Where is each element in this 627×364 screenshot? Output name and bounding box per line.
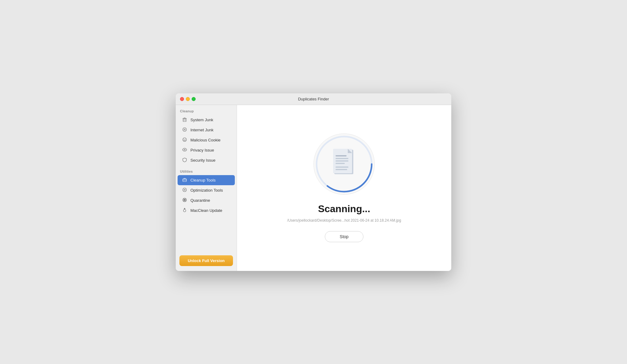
window-title: Duplicates Finder bbox=[298, 97, 329, 101]
svg-rect-28 bbox=[336, 163, 345, 164]
svg-point-12 bbox=[184, 189, 185, 190]
sidebar-item-optimization-tools[interactable]: Optimization Tools bbox=[178, 185, 235, 195]
sidebar: Cleanup System Junk bbox=[176, 105, 237, 271]
sidebar-item-quarantine[interactable]: Quarantine bbox=[178, 195, 235, 205]
svg-point-4 bbox=[184, 129, 185, 130]
scanning-title: Scanning... bbox=[318, 203, 370, 215]
content-area: Scanning... /Users/joellockard/Desktop/S… bbox=[237, 105, 451, 271]
traffic-lights bbox=[180, 97, 196, 101]
eye-icon bbox=[182, 147, 187, 153]
sidebar-item-internet-junk[interactable]: Internet Junk bbox=[178, 125, 235, 135]
cookie-icon bbox=[182, 137, 187, 143]
stop-button[interactable]: Stop bbox=[325, 231, 364, 242]
svg-rect-26 bbox=[336, 158, 348, 159]
svg-point-5 bbox=[183, 138, 186, 141]
unlock-full-version-button[interactable]: Unlock Full Version bbox=[179, 255, 233, 266]
titlebar: Duplicates Finder bbox=[176, 93, 451, 105]
sidebar-item-system-junk[interactable]: System Junk bbox=[178, 115, 235, 125]
sidebar-item-privacy-issue[interactable]: Privacy Issue bbox=[178, 145, 235, 155]
document-icon bbox=[329, 147, 359, 181]
svg-point-6 bbox=[184, 139, 184, 140]
maximize-button[interactable] bbox=[192, 97, 196, 101]
sidebar-item-cleanup-tools-label: Cleanup Tools bbox=[190, 178, 216, 182]
svg-point-7 bbox=[185, 139, 186, 140]
scan-animation bbox=[314, 133, 375, 195]
circle-icon bbox=[182, 127, 187, 133]
svg-rect-0 bbox=[183, 118, 186, 122]
optimization-icon bbox=[182, 187, 187, 193]
utilities-section-label: Utilities bbox=[176, 165, 237, 175]
sidebar-item-malicious-cookie[interactable]: Malicious Cookie bbox=[178, 135, 235, 145]
briefcase-icon bbox=[182, 177, 187, 183]
sidebar-item-macclean-update[interactable]: MacClean Update bbox=[178, 205, 235, 216]
svg-rect-27 bbox=[336, 160, 348, 162]
sidebar-item-privacy-issue-label: Privacy Issue bbox=[190, 148, 214, 152]
quarantine-icon bbox=[182, 197, 187, 203]
trash-icon bbox=[182, 117, 187, 123]
sidebar-item-optimization-tools-label: Optimization Tools bbox=[190, 188, 223, 193]
svg-point-11 bbox=[183, 188, 186, 192]
app-window: Duplicates Finder Cleanup System Junk bbox=[176, 93, 451, 271]
svg-point-18 bbox=[183, 209, 186, 212]
svg-point-3 bbox=[183, 128, 186, 131]
svg-rect-25 bbox=[336, 155, 347, 156]
svg-rect-29 bbox=[336, 167, 348, 168]
minimize-button[interactable] bbox=[186, 97, 190, 101]
sidebar-item-quarantine-label: Quarantine bbox=[190, 198, 210, 203]
document-icon-container bbox=[314, 133, 375, 195]
shield-icon bbox=[182, 157, 187, 163]
close-button[interactable] bbox=[180, 97, 184, 101]
sidebar-item-security-issue-label: Security Issue bbox=[190, 158, 216, 163]
sidebar-item-malicious-cookie-label: Malicious Cookie bbox=[190, 138, 220, 142]
sidebar-item-macclean-update-label: MacClean Update bbox=[190, 208, 222, 213]
cleanup-section-label: Cleanup bbox=[176, 105, 237, 115]
sidebar-item-system-junk-label: System Junk bbox=[190, 118, 213, 122]
main-layout: Cleanup System Junk bbox=[176, 105, 451, 271]
sidebar-item-cleanup-tools[interactable]: Cleanup Tools bbox=[178, 175, 235, 185]
sidebar-item-internet-junk-label: Internet Junk bbox=[190, 128, 213, 132]
sidebar-item-security-issue[interactable]: Security Issue bbox=[178, 155, 235, 165]
svg-rect-30 bbox=[336, 169, 347, 170]
scanning-path: /Users/joellockard/Desktop/Scree...hot 2… bbox=[287, 218, 401, 223]
update-icon bbox=[182, 208, 187, 213]
svg-point-8 bbox=[184, 149, 185, 150]
